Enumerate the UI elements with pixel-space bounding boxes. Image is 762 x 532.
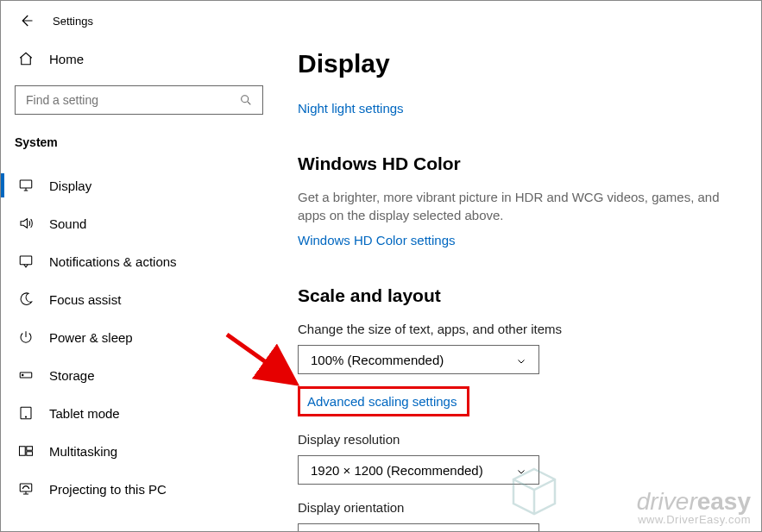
focus-icon bbox=[18, 291, 34, 307]
nav-list: DisplaySoundNotifications & actionsFocus… bbox=[1, 161, 277, 508]
sidebar-item-focus[interactable]: Focus assist bbox=[1, 280, 277, 318]
back-icon[interactable] bbox=[18, 13, 34, 28]
resolution-value: 1920 × 1200 (Recommended) bbox=[311, 463, 483, 478]
svg-rect-7 bbox=[20, 447, 26, 456]
svg-rect-1 bbox=[20, 180, 32, 188]
sidebar-item-label: Power & sleep bbox=[49, 330, 133, 345]
chevron-down-icon bbox=[516, 465, 526, 475]
sidebar-item-label: Sound bbox=[49, 216, 86, 231]
power-icon bbox=[18, 329, 34, 345]
orientation-dropdown[interactable]: Landscape bbox=[298, 523, 539, 531]
storage-icon bbox=[18, 367, 34, 383]
svg-point-6 bbox=[25, 416, 26, 417]
hd-section-title: Windows HD Color bbox=[298, 153, 761, 174]
home-icon bbox=[18, 51, 34, 66]
scale-dropdown[interactable]: 100% (Recommended) bbox=[298, 345, 539, 374]
resolution-label: Display resolution bbox=[298, 432, 761, 447]
search-box[interactable] bbox=[15, 85, 263, 115]
sidebar: Settings Home System DisplaySoundNotific… bbox=[1, 1, 277, 531]
sidebar-item-notifications[interactable]: Notifications & actions bbox=[1, 242, 277, 280]
sidebar-item-sound[interactable]: Sound bbox=[1, 204, 277, 242]
sound-icon bbox=[18, 216, 34, 231]
sidebar-item-label: Projecting to this PC bbox=[49, 482, 167, 497]
sidebar-item-label: Notifications & actions bbox=[49, 254, 177, 269]
svg-rect-8 bbox=[27, 447, 33, 451]
home-nav[interactable]: Home bbox=[1, 28, 277, 66]
advanced-scaling-link[interactable]: Advanced scaling settings bbox=[307, 394, 457, 409]
hd-description: Get a brighter, more vibrant picture in … bbox=[298, 188, 727, 224]
main-content: Display Night light settings Windows HD … bbox=[277, 1, 761, 531]
svg-rect-2 bbox=[20, 256, 32, 265]
display-icon bbox=[18, 178, 34, 193]
hd-settings-link[interactable]: Windows HD Color settings bbox=[298, 233, 456, 247]
sidebar-item-label: Focus assist bbox=[49, 292, 121, 307]
sidebar-item-storage[interactable]: Storage bbox=[1, 356, 277, 394]
sidebar-item-projecting[interactable]: Projecting to this PC bbox=[1, 470, 277, 508]
svg-point-4 bbox=[22, 374, 24, 376]
sidebar-item-label: Display bbox=[49, 178, 91, 193]
svg-point-0 bbox=[242, 96, 249, 103]
orientation-value: Landscape bbox=[311, 531, 374, 532]
search-input[interactable] bbox=[24, 92, 231, 108]
svg-rect-10 bbox=[20, 484, 32, 491]
sidebar-item-tablet[interactable]: Tablet mode bbox=[1, 394, 277, 432]
sidebar-item-label: Multitasking bbox=[49, 444, 117, 459]
sidebar-item-label: Storage bbox=[49, 368, 95, 383]
sidebar-item-display[interactable]: Display bbox=[1, 166, 277, 204]
chevron-down-icon bbox=[516, 354, 526, 365]
svg-rect-9 bbox=[27, 452, 33, 456]
sidebar-item-power[interactable]: Power & sleep bbox=[1, 318, 277, 356]
multitasking-icon bbox=[18, 443, 34, 459]
scale-label: Change the size of text, apps, and other… bbox=[298, 322, 761, 336]
sidebar-item-label: Tablet mode bbox=[49, 406, 120, 421]
category-label: System bbox=[1, 115, 277, 161]
tablet-icon bbox=[18, 405, 34, 421]
home-label: Home bbox=[49, 52, 84, 66]
resolution-dropdown[interactable]: 1920 × 1200 (Recommended) bbox=[298, 455, 539, 485]
highlight-annotation: Advanced scaling settings bbox=[298, 386, 469, 416]
search-icon bbox=[238, 92, 254, 108]
night-light-link[interactable]: Night light settings bbox=[298, 101, 404, 116]
notifications-icon bbox=[18, 253, 34, 269]
scale-value: 100% (Recommended) bbox=[311, 353, 444, 367]
page-title: Display bbox=[298, 49, 761, 78]
projecting-icon bbox=[18, 481, 34, 497]
app-title: Settings bbox=[53, 15, 93, 28]
scale-section-title: Scale and layout bbox=[298, 285, 761, 306]
sidebar-item-multitasking[interactable]: Multitasking bbox=[1, 432, 277, 470]
orientation-label: Display orientation bbox=[298, 500, 761, 515]
